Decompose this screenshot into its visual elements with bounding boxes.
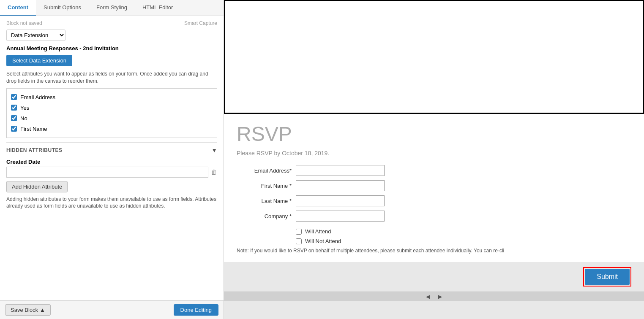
block-status-text: Block not saved <box>6 20 42 26</box>
trash-icon[interactable]: 🗑 <box>211 168 217 176</box>
submit-button[interactable]: Submit <box>585 269 630 285</box>
data-extension-dropdown[interactable]: Data Extension <box>6 30 65 41</box>
field-no-checkbox[interactable] <box>11 115 17 121</box>
will-not-attend-checkbox[interactable] <box>296 238 302 244</box>
left-panel: Content Submit Options Form Styling HTML… <box>0 0 224 319</box>
fields-description: Select attributes you want to appear as … <box>6 70 217 85</box>
field-no-label: No <box>20 115 27 122</box>
tab-form-styling[interactable]: Form Styling <box>89 0 135 16</box>
form-row-company: Company * <box>237 211 631 222</box>
tab-bar: Content Submit Options Form Styling HTML… <box>0 0 224 16</box>
hidden-attrs-title: HIDDEN ATTRIBUTES <box>6 147 63 153</box>
save-block-label: Save Block <box>11 307 38 313</box>
hidden-attr-input[interactable] <box>6 167 208 178</box>
created-date-label: Created Date <box>6 159 217 165</box>
select-data-extension-button[interactable]: Select Data Extension <box>6 55 72 66</box>
field-first-name-label: First Name <box>20 126 47 132</box>
form-fields-area: Email Address* First Name * Last Name * … <box>237 165 631 222</box>
form-row-email: Email Address* <box>237 165 631 176</box>
field-email-label: Email Address <box>20 94 55 100</box>
submit-area: Submit <box>224 262 644 292</box>
field-email-checkbox[interactable] <box>11 94 17 100</box>
scroll-right-icon[interactable]: ▶ <box>438 294 442 300</box>
done-editing-button[interactable]: Done Editing <box>174 304 218 316</box>
form-preview: RSVP Please RSVP by October 18, 2019. Em… <box>224 114 644 262</box>
email-field-label: Email Address* <box>237 168 292 174</box>
field-first-name: First Name <box>11 124 213 134</box>
last-name-input[interactable] <box>296 195 385 206</box>
field-first-name-checkbox[interactable] <box>11 126 17 132</box>
first-name-field-label: First Name * <box>237 183 292 189</box>
chevron-down-icon[interactable]: ▼ <box>211 147 217 154</box>
note-text: Note: If you would like to RSVP on behal… <box>237 248 583 254</box>
block-status-row: Block not saved Smart Capture <box>6 20 217 26</box>
will-attend-row: Will Attend <box>296 228 631 235</box>
will-attend-checkbox[interactable] <box>296 229 302 235</box>
hidden-attr-description: Adding hidden attributes to your form ma… <box>6 196 217 210</box>
will-not-attend-label: Will Not Attend <box>305 238 341 244</box>
rsvp-subtitle: Please RSVP by October 18, 2019. <box>237 150 631 157</box>
form-row-first-name: First Name * <box>237 180 631 191</box>
hidden-attrs-header: HIDDEN ATTRIBUTES ▼ <box>6 142 217 156</box>
save-block-arrow-icon: ▲ <box>40 307 45 313</box>
field-email-address: Email Address <box>11 92 213 103</box>
email-input[interactable] <box>296 165 385 176</box>
add-hidden-attribute-button[interactable]: Add Hidden Attribute <box>6 181 68 192</box>
panel-footer: Save Block ▲ Done Editing <box>0 300 224 319</box>
section-title: Annual Meeting Responses - 2nd Invitatio… <box>6 45 217 51</box>
panel-content: Block not saved Smart Capture Data Exten… <box>0 16 224 300</box>
company-field-label: Company * <box>237 213 292 219</box>
field-yes-checkbox[interactable] <box>11 105 17 111</box>
scroll-arrows: ◀ ▶ <box>224 292 644 301</box>
hidden-attr-row: 🗑 <box>6 167 217 178</box>
first-name-input[interactable] <box>296 180 385 191</box>
last-name-field-label: Last Name * <box>237 198 292 204</box>
field-yes-label: Yes <box>20 105 29 111</box>
tab-html-editor[interactable]: HTML Editor <box>135 0 180 16</box>
rsvp-title: RSVP <box>237 122 631 146</box>
form-row-last-name: Last Name * <box>237 195 631 206</box>
tab-submit-options[interactable]: Submit Options <box>36 0 89 16</box>
company-input[interactable] <box>296 211 385 222</box>
save-block-button[interactable]: Save Block ▲ <box>5 304 51 316</box>
fields-list: Email Address Yes No First Name <box>6 88 217 138</box>
right-panel: RSVP Please RSVP by October 18, 2019. Em… <box>224 0 644 319</box>
field-no: No <box>11 113 213 124</box>
will-attend-label: Will Attend <box>305 228 331 235</box>
smart-capture-label: Smart Capture <box>184 20 217 26</box>
tab-content[interactable]: Content <box>0 0 36 16</box>
field-yes: Yes <box>11 103 213 113</box>
canvas-image-area <box>224 0 644 114</box>
will-not-attend-row: Will Not Attend <box>296 238 631 244</box>
scroll-left-icon[interactable]: ◀ <box>426 294 430 300</box>
submit-button-wrapper: Submit <box>583 267 631 287</box>
